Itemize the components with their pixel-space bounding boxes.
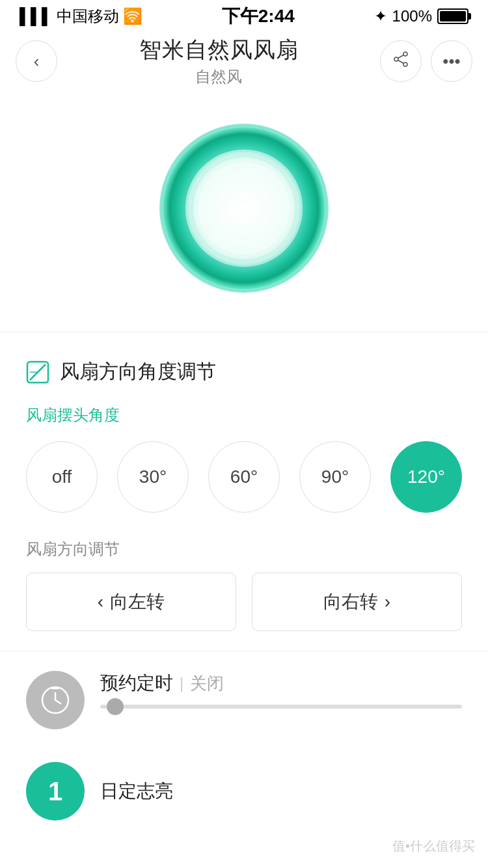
timer-title: 预约定时 [100, 671, 173, 696]
angle-buttons-row: off 30° 60° 90° 120° [26, 441, 462, 513]
bottom-icon: 1 [26, 762, 85, 821]
header-actions: ••• [380, 40, 472, 82]
section-header: 风扇方向角度调节 [26, 359, 462, 385]
watermark: 值•什么值得买 [392, 837, 475, 855]
share-button[interactable] [380, 40, 422, 82]
more-icon: ••• [442, 51, 460, 72]
svg-line-16 [55, 700, 61, 703]
status-bar: ▌▌▌ 中国移动 🛜 下午2:44 ✦ 100% [0, 0, 488, 29]
angle-section-icon [26, 360, 49, 384]
carrier-name: 中国移动 [57, 6, 119, 27]
fan-circle [153, 117, 335, 299]
page-header: ‹ 智米自然风风扇 自然风 ••• [0, 29, 488, 98]
svg-point-0 [403, 52, 407, 56]
status-left: ▌▌▌ 中国移动 🛜 [20, 6, 142, 27]
svg-point-6 [185, 150, 303, 267]
angle-off-button[interactable]: off [26, 441, 98, 513]
svg-point-2 [394, 57, 398, 61]
timer-slider[interactable] [100, 705, 462, 709]
timer-slider-thumb[interactable] [107, 698, 124, 715]
header-center: 智米自然风风扇 自然风 [57, 35, 380, 87]
direction-buttons-row: ‹ 向左转 向右转 › [26, 573, 462, 631]
subsection-label: 风扇摆头角度 [26, 405, 462, 426]
share-icon [392, 51, 409, 72]
status-right: ✦ 100% [374, 7, 468, 25]
angle-30-button[interactable]: 30° [117, 441, 189, 513]
back-button[interactable]: ‹ [16, 40, 57, 82]
fan-visualization [0, 98, 488, 332]
page-title: 智米自然风风扇 [57, 35, 380, 65]
timer-content: 预约定时 | 关闭 [100, 671, 462, 709]
status-time: 下午2:44 [222, 4, 295, 29]
direction-label: 风扇方向调节 [26, 539, 462, 560]
bottom-section: 1 日定志亮 [0, 749, 488, 834]
section-title: 风扇方向角度调节 [60, 359, 216, 385]
timer-status: 关闭 [190, 672, 224, 695]
more-button[interactable]: ••• [431, 40, 472, 82]
angle-section: 风扇方向角度调节 风扇摆头角度 off 30° 60° 90° 120° 风扇方… [0, 332, 488, 651]
bottom-title: 日定志亮 [100, 779, 173, 804]
timer-icon [26, 671, 85, 729]
right-chevron-icon: › [385, 591, 390, 612]
svg-line-4 [398, 60, 404, 63]
left-chevron-icon: ‹ [98, 591, 103, 612]
signal-icon: ▌▌▌ [20, 7, 53, 25]
turn-left-label: 向左转 [110, 590, 165, 614]
battery-icon [437, 8, 468, 24]
svg-line-3 [398, 55, 404, 58]
svg-point-1 [403, 62, 407, 66]
timer-section: 预约定时 | 关闭 [0, 651, 488, 749]
turn-left-button[interactable]: ‹ 向左转 [26, 573, 236, 631]
timer-title-row: 预约定时 | 关闭 [100, 671, 462, 696]
page-subtitle: 自然风 [57, 66, 380, 87]
turn-right-button[interactable]: 向右转 › [252, 573, 462, 631]
angle-60-button[interactable]: 60° [208, 441, 280, 513]
bottom-number: 1 [48, 777, 62, 806]
angle-120-button[interactable]: 120° [390, 441, 462, 513]
turn-right-label: 向右转 [323, 590, 378, 614]
wifi-icon: 🛜 [123, 7, 142, 25]
bluetooth-icon: ✦ [374, 7, 387, 25]
battery-percentage: 100% [392, 7, 432, 25]
timer-separator: | [180, 674, 183, 692]
back-icon: ‹ [34, 51, 40, 72]
angle-90-button[interactable]: 90° [299, 441, 371, 513]
